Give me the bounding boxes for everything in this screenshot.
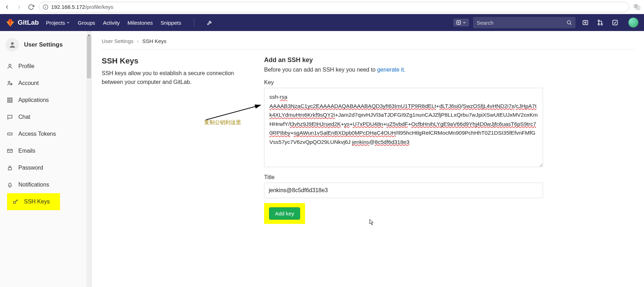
nav-groups[interactable]: Groups: [78, 20, 95, 26]
browser-back-button[interactable]: [3, 3, 11, 11]
form-desc-text: Before you can add an SSH key you need t…: [264, 67, 377, 73]
svg-point-19: [9, 64, 11, 66]
merge-requests-icon[interactable]: [597, 19, 604, 26]
nav-activity-label: Activity: [103, 20, 120, 26]
nav-activity[interactable]: Activity: [103, 20, 120, 26]
sidebar-header: User Settings: [0, 31, 91, 58]
sidebar-item-label: Access Tokens: [18, 131, 56, 137]
svg-point-28: [7, 102, 8, 103]
nav-snippets[interactable]: Snippets: [161, 20, 181, 26]
user-avatar[interactable]: [628, 18, 638, 28]
mouse-cursor-icon: [369, 219, 374, 225]
nav-milestones[interactable]: Milestones: [127, 20, 153, 26]
svg-point-23: [10, 98, 11, 99]
sidebar-item-ssh-keys[interactable]: SSH Keys: [7, 193, 91, 210]
sidebar-item-notifications[interactable]: Notifications: [0, 176, 91, 193]
nav-projects[interactable]: Projects: [46, 20, 70, 26]
add-key-highlight: Add key: [264, 203, 305, 224]
issues-icon[interactable]: [582, 19, 589, 26]
nav-snippets-label: Snippets: [161, 20, 181, 26]
nav-divider: [194, 19, 194, 26]
generate-link[interactable]: generate it.: [377, 67, 405, 73]
svg-point-33: [10, 134, 10, 134]
svg-point-34: [11, 134, 11, 134]
title-input[interactable]: [264, 183, 543, 198]
navbar-search-input[interactable]: [477, 20, 566, 26]
gitlab-navbar: GitLab Projects Groups Activity Mileston…: [0, 14, 644, 31]
svg-point-22: [7, 98, 8, 99]
sidebar-item-access-tokens[interactable]: Access Tokens: [0, 126, 91, 142]
wrench-icon: [207, 20, 213, 25]
section-desc: SSH keys allow you to establish a secure…: [102, 69, 243, 87]
svg-point-20: [8, 81, 10, 83]
svg-point-10: [567, 21, 571, 24]
sidebar-item-password[interactable]: Password: [0, 159, 91, 176]
svg-point-2: [45, 6, 46, 6]
sidebar-item-label: Emails: [18, 148, 35, 154]
url-host: 192.168.5.172: [51, 4, 85, 10]
key-textarea[interactable]: ssh-rsaAAAAB3NzaC1yc2EAAAADAQABAAABAQD3y…: [264, 88, 543, 167]
main-content: User Settings › SSH Keys SSH Keys SSH ke…: [92, 31, 644, 287]
svg-point-18: [11, 42, 13, 45]
lock-icon: [6, 164, 13, 171]
add-key-button[interactable]: Add key: [269, 207, 300, 220]
svg-point-16: [601, 24, 602, 25]
chat-icon: [6, 114, 13, 121]
sidebar-item-label: Password: [18, 165, 43, 171]
search-icon: [566, 20, 572, 25]
svg-point-37: [13, 201, 16, 203]
sidebar-item-label: Notifications: [18, 182, 49, 188]
nav-admin-wrench[interactable]: [207, 20, 213, 25]
url-path: /profile/keys: [85, 4, 113, 10]
sidebar-scrollbar-thumb[interactable]: [87, 36, 91, 78]
sidebar-item-label: SSH Keys: [24, 199, 50, 205]
gitlab-logo[interactable]: GitLab: [6, 18, 39, 27]
sidebar-item-chat[interactable]: Chat: [0, 109, 91, 126]
sidebar-item-applications[interactable]: Applications: [0, 92, 91, 109]
section-description: SSH Keys SSH keys allow you to establish…: [102, 56, 243, 224]
sidebar-item-account[interactable]: Account: [0, 75, 91, 92]
browser-reload-button[interactable]: [27, 3, 35, 11]
browser-forward-button[interactable]: [15, 3, 23, 11]
svg-text:A: A: [637, 7, 639, 9]
sidebar-title: User Settings: [24, 41, 63, 48]
sidebar-item-emails[interactable]: Emails: [0, 142, 91, 159]
sidebar-item-profile[interactable]: Profile: [0, 58, 91, 75]
chevron-down-icon: [66, 21, 70, 24]
title-label: Title: [264, 174, 543, 181]
sidebar-scrollbar-track[interactable]: [87, 31, 91, 287]
gitlab-logo-text: GitLab: [18, 19, 39, 26]
applications-icon: [6, 97, 13, 104]
svg-rect-17: [613, 20, 617, 25]
new-dropdown[interactable]: [453, 19, 469, 26]
breadcrumb-root[interactable]: User Settings: [102, 38, 133, 44]
bell-icon: [6, 181, 13, 188]
navbar-search[interactable]: [473, 17, 576, 28]
sidebar-item-label: Chat: [18, 114, 30, 120]
form-title: Add an SSH key: [264, 56, 543, 64]
address-bar[interactable]: 192.168.5.172/profile/keys: [39, 2, 629, 12]
annotation-text: 复制公钥到这里: [204, 119, 241, 126]
svg-point-25: [7, 100, 8, 101]
translate-extension-icon[interactable]: 文A: [633, 3, 641, 11]
svg-point-14: [598, 20, 600, 22]
mail-icon: [6, 147, 13, 154]
plus-icon: [456, 20, 461, 25]
svg-point-30: [11, 102, 12, 103]
svg-point-29: [10, 102, 11, 103]
todos-icon[interactable]: [612, 19, 619, 26]
token-icon: [6, 130, 13, 138]
browser-toolbar: 192.168.5.172/profile/keys 文A: [0, 0, 644, 14]
svg-line-39: [206, 105, 261, 120]
gitlab-logo-icon: [6, 18, 15, 27]
svg-point-27: [11, 100, 12, 101]
add-key-form: 复制公钥到这里 Add an SSH key Before you can ad…: [264, 56, 543, 224]
sidebar-item-label: Profile: [18, 63, 34, 69]
section-title: SSH Keys: [102, 56, 243, 66]
scroll-up-icon[interactable]: [87, 32, 91, 35]
key-label: Key: [264, 79, 543, 86]
breadcrumb-separator: ›: [137, 38, 139, 44]
svg-line-11: [570, 24, 571, 25]
svg-point-21: [11, 84, 12, 85]
breadcrumb: User Settings › SSH Keys: [102, 38, 634, 49]
